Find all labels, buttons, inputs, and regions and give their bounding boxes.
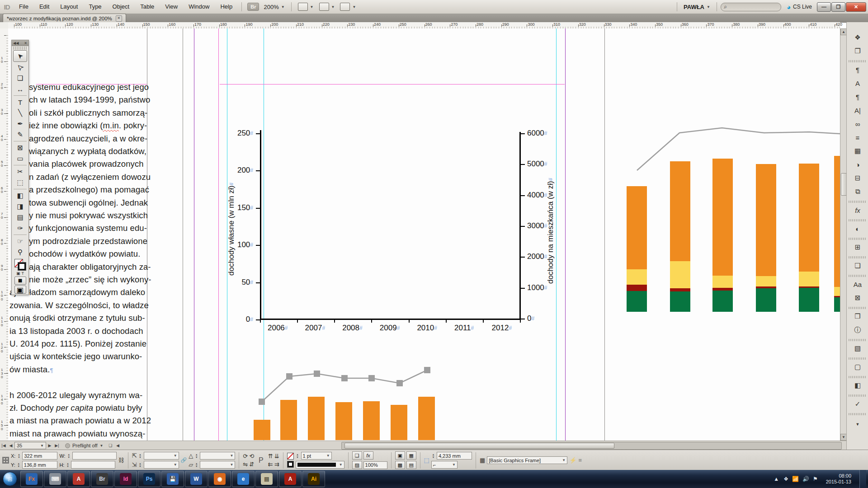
taskbar-item-adobe-bridge[interactable]: Br	[91, 471, 113, 487]
taskbar-item-firefox[interactable]: Fx	[20, 471, 43, 487]
gradient-swatch-tool[interactable]: ◧	[14, 190, 27, 201]
tray-app-icon[interactable]: ❖	[783, 476, 788, 482]
view-options-dropdown[interactable]: ▼	[295, 3, 316, 11]
stroke-style-dropdown[interactable]: ▼	[296, 461, 344, 469]
taskbar-item-calculator[interactable]: ⌨	[44, 471, 66, 487]
previous-page-button[interactable]: ◀	[7, 443, 14, 448]
rotate-ccw-button[interactable]: ⟲	[249, 453, 254, 460]
character-styles-panel-icon[interactable]: A	[851, 77, 864, 89]
arrange-documents-dropdown[interactable]: ▼	[337, 3, 359, 11]
menu-layout[interactable]: Layout	[55, 0, 83, 14]
rectangle-tool[interactable]: ▭	[14, 153, 27, 164]
taskbar-item-notes-app[interactable]: ▤	[255, 471, 278, 487]
jump-object-button[interactable]: ▤	[406, 461, 416, 469]
x-position-field[interactable]: 322 mm	[22, 452, 57, 460]
wrap-bounding-box-button[interactable]: ▦	[406, 451, 416, 460]
screen-mode-dropdown[interactable]: ▼	[316, 3, 338, 11]
rotation-angle-field[interactable]: ▼	[200, 452, 235, 460]
fill-color-swatch[interactable]	[287, 461, 294, 468]
horizontal-scroll-thumb[interactable]	[344, 443, 614, 449]
line-tool[interactable]: ╲	[14, 108, 27, 118]
close-tab-icon[interactable]: ✕	[116, 15, 122, 22]
rotate-cw-button[interactable]: ⟳	[243, 453, 248, 460]
menu-file[interactable]: File	[14, 0, 34, 14]
collapse-status-icon[interactable]: ◀	[114, 443, 121, 448]
panel-options-icon[interactable]: ≡	[578, 457, 582, 464]
stepper-icon[interactable]: ▲▼	[431, 452, 435, 459]
ruler-origin[interactable]	[0, 22, 9, 29]
next-page-button[interactable]: ▶	[46, 443, 53, 448]
taskbar-item-internet-explorer[interactable]: e	[232, 471, 255, 487]
frame-fitting-panel-icon[interactable]: ▢	[851, 361, 864, 373]
stroke-weight-field[interactable]: 1 pt▼	[301, 452, 332, 460]
drop-shadow-button[interactable]: ❏	[352, 451, 362, 460]
search-input[interactable]: ⌕	[721, 3, 781, 11]
direct-selection-tool[interactable]: ➤	[14, 62, 27, 73]
zoom-level-dropdown[interactable]: 200% ▼	[261, 4, 287, 10]
preflight-menu[interactable]: Preflight off ▼	[65, 443, 103, 448]
taskbar-item-browser-orange[interactable]: ◉	[208, 471, 231, 487]
fill-stroke-proxy[interactable]	[14, 259, 26, 271]
eyedropper-tool[interactable]: ✑	[14, 223, 27, 234]
note-tool[interactable]: ▤	[14, 212, 27, 223]
text-wrap-panel-icon[interactable]: ⊠	[851, 292, 864, 304]
show-desktop-button[interactable]	[859, 470, 866, 488]
workspace-switcher[interactable]: PAWŁA ▼	[681, 4, 713, 10]
vertical-ruler[interactable]: 1 02 03 04 05 06 07 08 09 01 0 01 1 01 2…	[0, 28, 9, 441]
glyphs-panel-icon[interactable]: Aa	[851, 278, 864, 290]
paragraph-styles-panel-icon[interactable]: ¶	[851, 64, 864, 75]
zoom-tool[interactable]: ⚲	[14, 247, 27, 258]
document-tab[interactable]: *wzorzec z modyfikacją poznan.indd @ 200…	[3, 14, 126, 23]
menu-object[interactable]: Object	[107, 0, 135, 14]
y-position-field[interactable]: 136,8 mm	[22, 461, 57, 469]
info-panel-icon[interactable]: ⓘ	[851, 324, 864, 336]
scissors-tool[interactable]: ✂	[14, 166, 27, 177]
swatches-panel-icon[interactable]: ▦	[851, 145, 864, 157]
pathfinder-panel-icon[interactable]: ⧉	[851, 186, 864, 197]
link-scale-icon[interactable]: 🔗	[181, 457, 187, 463]
taskbar-item-ms-word[interactable]: W	[185, 471, 208, 487]
color-panel-icon[interactable]: ◑	[851, 159, 864, 170]
page-number-field[interactable]: 35 ▼	[14, 442, 46, 449]
scroll-down-icon[interactable]: ▼	[840, 434, 847, 441]
close-panel-icon[interactable]: ✕	[24, 41, 27, 45]
menu-help[interactable]: Help	[215, 0, 238, 14]
links-panel-icon[interactable]: ∞	[851, 118, 864, 130]
stepper-icon[interactable]: ▲▼	[138, 452, 142, 459]
opacity-field[interactable]: 100%	[363, 461, 387, 469]
paragraph-panel-icon[interactable]: ¶	[851, 91, 864, 103]
corner-radius-field[interactable]: 4,233 mm	[437, 452, 472, 460]
screen-mode-button[interactable]: ▣	[14, 286, 26, 294]
formatting-icon[interactable]: T	[22, 271, 24, 276]
stroke-panel-icon[interactable]: ≡	[851, 131, 864, 143]
bridge-button[interactable]: Br	[247, 3, 259, 11]
horizontal-scrollbar[interactable]	[341, 442, 842, 450]
menu-table[interactable]: Table	[135, 0, 160, 14]
taskbar-item-adobe-indesign[interactable]: Id	[114, 471, 137, 487]
formatting-icon[interactable]: ▣	[16, 271, 20, 276]
minimize-button[interactable]: —	[817, 2, 831, 12]
distribute-top-button[interactable]: ⇈	[268, 453, 273, 460]
stepper-icon[interactable]: ▲▼	[66, 461, 70, 468]
effects-fx-panel-icon[interactable]: fx	[851, 204, 864, 216]
volume-icon[interactable]: 🔊	[802, 476, 809, 482]
transparency-panel-icon[interactable]: ◐	[851, 223, 864, 235]
last-page-button[interactable]: ▶|	[53, 443, 61, 448]
stepper-icon[interactable]: ▲▼	[296, 452, 300, 459]
align-panel-icon[interactable]: ⊟	[851, 172, 864, 184]
taskbar-item-backup-save[interactable]: 💾	[161, 471, 184, 487]
tools-panel-header[interactable]: ◀◀✕	[12, 40, 28, 46]
width-field[interactable]	[72, 452, 117, 460]
pencil-tool[interactable]: ✎	[14, 129, 27, 140]
menu-window[interactable]: Window	[183, 0, 215, 14]
stroke-color-swatch[interactable]	[287, 453, 294, 460]
page-tool[interactable]: ❏	[14, 73, 27, 84]
start-button[interactable]: ⊞	[0, 470, 20, 488]
distribute-right-button[interactable]: ⇉	[274, 461, 279, 468]
stepper-icon[interactable]: ▲▼	[17, 461, 21, 468]
select-container-indicator[interactable]: P	[256, 456, 266, 465]
taskbar-item-adobe-photoshop[interactable]: Ps	[138, 471, 160, 487]
character-panel-icon[interactable]: A|	[851, 104, 864, 116]
corner-shape-dropdown[interactable]: ⌐▼	[431, 461, 458, 469]
no-text-wrap-button[interactable]: ▣	[395, 451, 405, 460]
